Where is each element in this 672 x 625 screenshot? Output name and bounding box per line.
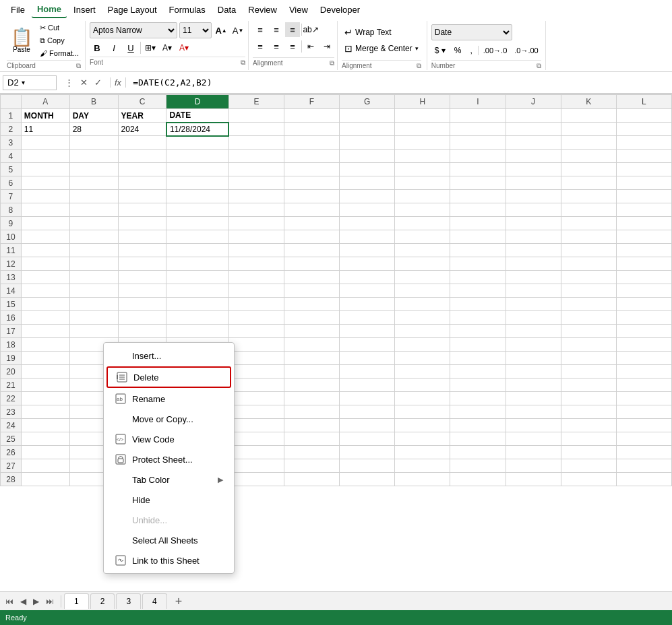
cell-L7[interactable] xyxy=(616,190,671,203)
cell-F15[interactable] xyxy=(284,298,339,311)
cell-I12[interactable] xyxy=(450,257,506,271)
row-header-19[interactable]: 19 xyxy=(1,352,22,365)
cell-D10[interactable] xyxy=(166,230,228,244)
cell-I21[interactable] xyxy=(450,379,506,392)
cell-I9[interactable] xyxy=(450,217,506,230)
cell-A7[interactable] xyxy=(21,190,69,203)
align-bottom-button[interactable]: ≡ xyxy=(285,22,300,37)
ctx-tab-color[interactable]: Tab Color ▶ xyxy=(104,469,234,490)
add-sheet-button[interactable]: + xyxy=(169,594,189,609)
cell-G14[interactable] xyxy=(340,284,395,298)
cell-J12[interactable] xyxy=(506,257,561,271)
cell-E7[interactable] xyxy=(228,190,284,203)
cell-K9[interactable] xyxy=(561,217,616,230)
menu-file[interactable]: File xyxy=(5,2,30,18)
cell-L14[interactable] xyxy=(616,284,671,298)
cell-L15[interactable] xyxy=(616,298,671,311)
row-header-8[interactable]: 8 xyxy=(1,203,22,217)
cell-J20[interactable] xyxy=(506,365,561,379)
cell-E3[interactable] xyxy=(228,136,284,150)
paste-button[interactable]: 📋 Paste xyxy=(7,22,36,59)
underline-button[interactable]: U xyxy=(123,40,138,55)
align-center-button[interactable]: ≡ xyxy=(269,39,284,54)
cell-J4[interactable] xyxy=(506,150,561,163)
cell-F7[interactable] xyxy=(284,190,339,203)
cell-B1[interactable]: DAY xyxy=(69,109,118,123)
cell-E1[interactable] xyxy=(228,109,284,123)
cell-A9[interactable] xyxy=(21,217,69,230)
cell-C2[interactable]: 2024 xyxy=(118,123,166,136)
cell-G2[interactable] xyxy=(340,123,395,136)
cell-J10[interactable] xyxy=(506,230,561,244)
cell-A15[interactable] xyxy=(21,298,69,311)
cell-C16[interactable] xyxy=(118,311,166,325)
cell-A21[interactable] xyxy=(21,379,69,392)
font-name-select[interactable]: Aptos Narrow xyxy=(90,22,177,38)
cell-I26[interactable] xyxy=(450,446,506,459)
cell-E11[interactable] xyxy=(228,244,284,257)
row-header-23[interactable]: 23 xyxy=(1,405,22,419)
cell-E12[interactable] xyxy=(228,257,284,271)
cell-D15[interactable] xyxy=(166,298,228,311)
cell-G18[interactable] xyxy=(340,338,395,352)
border-button[interactable]: ⊞▾ xyxy=(143,40,158,55)
number-format-select[interactable]: Date General Number Currency Accounting … xyxy=(431,24,512,40)
row-header-27[interactable]: 27 xyxy=(1,459,22,473)
cell-J19[interactable] xyxy=(506,352,561,365)
ctx-view-code[interactable]: </> View Code xyxy=(104,429,234,449)
cell-D2[interactable]: 11/28/2024 xyxy=(166,123,228,136)
cell-I1[interactable] xyxy=(450,109,506,123)
cell-I28[interactable] xyxy=(450,473,506,486)
cell-H27[interactable] xyxy=(395,459,450,473)
cell-L2[interactable] xyxy=(616,123,671,136)
cell-F16[interactable] xyxy=(284,311,339,325)
cell-L25[interactable] xyxy=(616,432,671,446)
cell-J16[interactable] xyxy=(506,311,561,325)
cell-E28[interactable] xyxy=(228,473,284,486)
cell-K16[interactable] xyxy=(561,311,616,325)
sheet-nav-next[interactable]: ▶ xyxy=(30,595,42,607)
formula-input[interactable] xyxy=(129,77,669,88)
cell-L27[interactable] xyxy=(616,459,671,473)
cell-A4[interactable] xyxy=(21,150,69,163)
row-header-12[interactable]: 12 xyxy=(1,257,22,271)
cell-C12[interactable] xyxy=(118,257,166,271)
cell-H21[interactable] xyxy=(395,379,450,392)
font-size-select[interactable]: 11 xyxy=(179,22,212,38)
cell-H24[interactable] xyxy=(395,419,450,432)
cell-G8[interactable] xyxy=(340,203,395,217)
cell-K25[interactable] xyxy=(561,432,616,446)
cell-H10[interactable] xyxy=(395,230,450,244)
cell-I7[interactable] xyxy=(450,190,506,203)
ctx-delete[interactable]: Delete xyxy=(106,366,231,388)
formula-confirm-icon[interactable]: ✓ xyxy=(92,76,104,89)
ctx-link-sheet[interactable]: Link to this Sheet xyxy=(104,550,234,570)
cell-E23[interactable] xyxy=(228,405,284,419)
format-painter-button[interactable]: 🖌 Format... xyxy=(38,48,81,59)
cell-A28[interactable] xyxy=(21,473,69,486)
cell-K21[interactable] xyxy=(561,379,616,392)
cell-C8[interactable] xyxy=(118,203,166,217)
cell-H12[interactable] xyxy=(395,257,450,271)
cell-B2[interactable]: 28 xyxy=(69,123,118,136)
cell-I20[interactable] xyxy=(450,365,506,379)
menu-view[interactable]: View xyxy=(284,2,313,18)
menu-formulas[interactable]: Formulas xyxy=(164,2,211,18)
cell-K23[interactable] xyxy=(561,405,616,419)
cell-E24[interactable] xyxy=(228,419,284,432)
cell-L18[interactable] xyxy=(616,338,671,352)
col-header-k[interactable]: K xyxy=(561,95,616,109)
fill-color-button[interactable]: A▾ xyxy=(160,40,175,55)
indent-decrease-button[interactable]: ⇤ xyxy=(303,39,318,54)
clipboard-expand[interactable]: ⧉ xyxy=(76,62,81,70)
cell-E5[interactable] xyxy=(228,163,284,176)
ctx-hide[interactable]: Hide xyxy=(104,490,234,510)
cell-J3[interactable] xyxy=(506,136,561,150)
dollar-button[interactable]: $ ▾ xyxy=(431,44,449,57)
cell-H18[interactable] xyxy=(395,338,450,352)
cell-I4[interactable] xyxy=(450,150,506,163)
cell-A24[interactable] xyxy=(21,419,69,432)
cell-F27[interactable] xyxy=(284,459,339,473)
cell-I3[interactable] xyxy=(450,136,506,150)
cell-H9[interactable] xyxy=(395,217,450,230)
